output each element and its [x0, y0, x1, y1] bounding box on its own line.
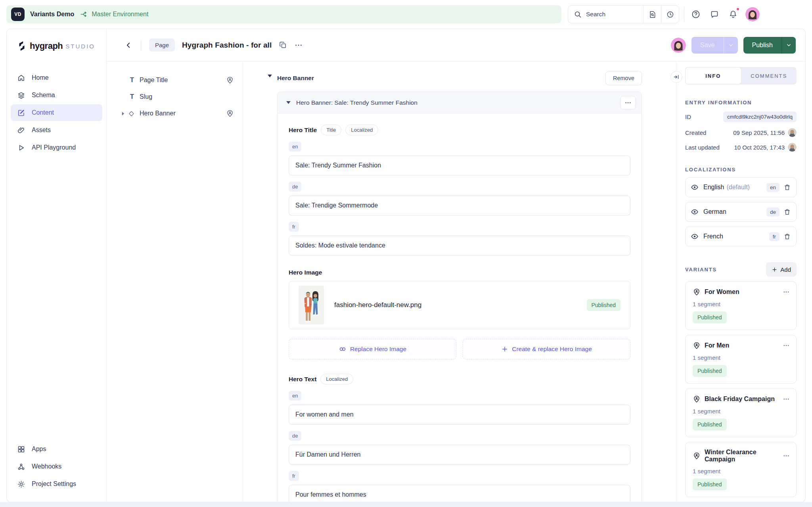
history-button[interactable]: [661, 6, 679, 23]
sidebar-item-label: Webhooks: [32, 463, 61, 470]
main-nav: Home Schema Content Assets API Playgroun…: [11, 69, 102, 157]
environment-banner[interactable]: VD Variants Demo Master Environment: [6, 5, 561, 23]
create-replace-hero-image-button[interactable]: Create & replace Hero Image: [463, 339, 630, 359]
eye-icon[interactable]: [691, 208, 699, 216]
back-button[interactable]: [124, 41, 133, 50]
locale-code-chip: de: [766, 207, 779, 217]
hero-title-input-de[interactable]: Sale: Trendige Sommermode: [289, 196, 630, 215]
document-search-button[interactable]: [643, 6, 661, 23]
variant-more-button[interactable]: [783, 396, 790, 403]
variant-pin-icon: [693, 395, 701, 403]
eye-icon[interactable]: [691, 183, 699, 191]
save-dropdown-button[interactable]: [724, 37, 738, 54]
variant-status-badge: Published: [693, 311, 727, 323]
sidebar-item-content[interactable]: Content: [11, 104, 102, 121]
sidebar-item-webhooks[interactable]: Webhooks: [11, 458, 102, 475]
hero-image-asset-card[interactable]: fashion-hero-default-new.png Published: [289, 281, 630, 329]
chevron-right-icon[interactable]: [121, 112, 128, 115]
variant-card-black-friday[interactable]: Black Friday Campaign 1 segment Publishe…: [685, 388, 797, 437]
page-header: Page Hygraph Fashion - for all Save: [107, 29, 805, 61]
more-options-button[interactable]: [294, 41, 303, 50]
sidebar-item-api-playground[interactable]: API Playground: [11, 139, 102, 156]
sidebar-item-assets[interactable]: Assets: [11, 122, 102, 138]
collapse-caret-icon[interactable]: [286, 101, 291, 104]
info-tabs: INFO COMMENTS: [685, 67, 797, 84]
entry-id-value[interactable]: cmfcdl9kzc2nj07w43o0dlrlq: [723, 111, 797, 122]
divider: [684, 7, 684, 22]
collapse-panel-button[interactable]: [670, 71, 682, 83]
variant-segments: 1 segment: [693, 468, 790, 474]
replace-hero-image-button[interactable]: Replace Hero Image: [289, 339, 456, 359]
last-updated-value: 10 Oct 2025, 17:43: [734, 144, 785, 151]
publish-dropdown-button[interactable]: [781, 37, 796, 54]
variant-card-for-women[interactable]: For Women 1 segment Published: [685, 281, 797, 330]
environment-name: Master Environment: [92, 11, 148, 18]
tree-item-slug[interactable]: T Slug: [121, 88, 234, 105]
variant-more-button[interactable]: [783, 452, 790, 459]
variant-more-button[interactable]: [783, 342, 790, 349]
variant-segments: 1 segment: [693, 408, 790, 415]
publish-button[interactable]: Publish: [743, 37, 781, 54]
eye-icon[interactable]: [691, 232, 699, 240]
divider: [141, 40, 141, 50]
hero-title-input-fr[interactable]: Soldes: Mode estivale tendance: [289, 236, 630, 255]
webhook-icon: [17, 463, 25, 471]
tab-info[interactable]: INFO: [685, 67, 741, 84]
schema-icon: [17, 91, 25, 100]
tree-item-label: Page Title: [140, 77, 168, 84]
hero-banner-component-card: Hero Banner: Sale: Trendy Summer Fashion…: [277, 92, 642, 502]
hero-title-input-en[interactable]: Sale: Trendy Summer Fashion: [289, 156, 630, 175]
component-title: Hero Banner: Sale: Trendy Summer Fashion: [296, 99, 417, 106]
plus-icon: [501, 346, 508, 353]
component-more-button[interactable]: [620, 96, 636, 109]
hero-text-input-en[interactable]: For women and men: [289, 405, 630, 424]
bell-button[interactable]: [726, 7, 740, 21]
component-card-header[interactable]: Hero Banner: Sale: Trendy Summer Fashion: [278, 92, 642, 113]
user-avatar[interactable]: [745, 7, 760, 21]
logo-text: hygraph: [30, 41, 63, 51]
variant-segments: 1 segment: [693, 354, 790, 361]
updater-avatar: [788, 143, 797, 152]
search-input[interactable]: Search: [568, 5, 679, 23]
tree-item-page-title[interactable]: T Page Title: [121, 72, 234, 88]
editing-user-avatar[interactable]: [671, 38, 686, 53]
remove-button[interactable]: Remove: [605, 71, 642, 85]
save-button[interactable]: Save: [691, 37, 723, 54]
trash-icon[interactable]: [783, 184, 791, 191]
hero-text-input-de[interactable]: Für Damen und Herren: [289, 445, 630, 465]
collapse-caret-icon[interactable]: [268, 74, 272, 78]
hygraph-logo[interactable]: hygraph STUDIO: [11, 39, 102, 53]
hero-text-input-fr[interactable]: Pour femmes et hommes: [289, 485, 630, 502]
hero-text-field-header: Hero Text Localized: [289, 374, 630, 384]
tab-comments[interactable]: COMMENTS: [741, 67, 797, 84]
plus-icon: [772, 267, 778, 273]
tree-item-hero-banner[interactable]: Hero Banner: [121, 105, 234, 122]
main-area: Page Hygraph Fashion - for all Save: [107, 29, 805, 502]
help-button[interactable]: [689, 7, 703, 21]
variant-card-winter-clearance[interactable]: Winter Clearance Campaign 1 segment Publ…: [685, 442, 797, 497]
trash-icon[interactable]: [783, 208, 791, 216]
variant-more-button[interactable]: [783, 288, 790, 296]
save-button-group: Save: [691, 37, 737, 54]
field-badge: Localized: [345, 125, 378, 135]
chat-button[interactable]: [707, 7, 722, 21]
sidebar-item-project-settings[interactable]: Project Settings: [11, 476, 102, 492]
sidebar-item-label: API Playground: [32, 144, 76, 151]
copy-button[interactable]: [279, 41, 287, 49]
tree-item-label: Slug: [140, 93, 152, 100]
left-sidebar: hygraph STUDIO Home Schema Content Asset…: [7, 29, 107, 502]
variant-card-for-men[interactable]: For Men 1 segment Published: [685, 335, 797, 384]
locale-name: English: [703, 184, 724, 191]
sidebar-item-home[interactable]: Home: [11, 69, 102, 86]
page-title: Hygraph Fashion - for all: [182, 41, 272, 50]
locale-default-suffix: (default): [726, 184, 750, 191]
sidebar-item-label: Project Settings: [32, 480, 76, 488]
trash-icon[interactable]: [783, 233, 791, 240]
info-panel: INFO COMMENTS ENTRY INFORMATION ID cmfcd…: [676, 61, 805, 502]
project-name: Variants Demo: [30, 11, 74, 18]
sidebar-item-schema[interactable]: Schema: [11, 87, 102, 104]
field-badge: Title: [321, 125, 341, 135]
add-variant-button[interactable]: Add: [766, 262, 797, 277]
sidebar-item-apps[interactable]: Apps: [11, 441, 102, 457]
component-card-body: Hero Title Title Localized en Sale: Tren…: [278, 113, 642, 502]
